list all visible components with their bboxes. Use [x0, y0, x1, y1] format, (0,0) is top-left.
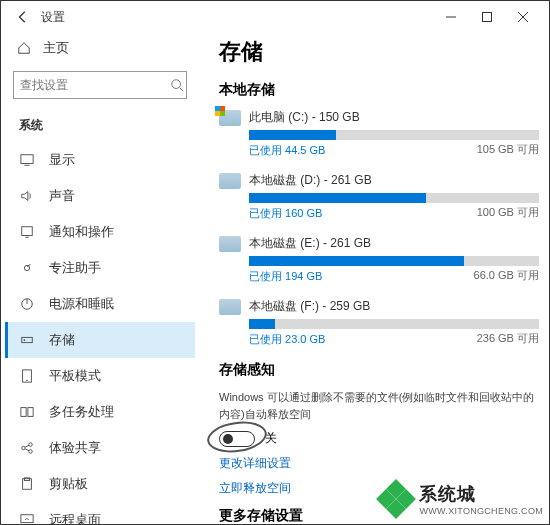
- storage-sense-toggle[interactable]: [219, 431, 255, 447]
- drive-free: 105 GB 可用: [477, 142, 539, 157]
- share-icon: [19, 440, 35, 456]
- sidebar: 主页 系统 显示 声音 通知和操作 专注助手 电源和睡眠 存储: [1, 33, 199, 524]
- search-icon: [170, 78, 184, 92]
- storage-icon: [19, 332, 35, 348]
- home-label: 主页: [43, 39, 69, 57]
- link-change-detail[interactable]: 更改详细设置: [219, 455, 539, 472]
- close-button[interactable]: [505, 3, 541, 31]
- watermark: 系统城 WWW.XITONGCHENG.COM: [379, 482, 543, 516]
- svg-rect-6: [21, 155, 33, 164]
- nav-label: 专注助手: [49, 259, 101, 277]
- storage-sense-desc: Windows 可以通过删除不需要的文件(例如临时文件和回收站中的内容)自动释放…: [219, 389, 539, 422]
- notification-icon: [19, 224, 35, 240]
- drive-bar: [249, 256, 539, 266]
- sidebar-item-shared[interactable]: 体验共享: [5, 430, 195, 466]
- sidebar-item-storage[interactable]: 存储: [5, 322, 195, 358]
- sidebar-item-display[interactable]: 显示: [5, 142, 195, 178]
- multitask-icon: [19, 404, 35, 420]
- watermark-url: WWW.XITONGCHENG.COM: [419, 506, 543, 516]
- sidebar-item-sound[interactable]: 声音: [5, 178, 195, 214]
- nav-label: 体验共享: [49, 439, 101, 457]
- nav-label: 电源和睡眠: [49, 295, 114, 313]
- svg-rect-18: [28, 408, 33, 417]
- sidebar-item-notifications[interactable]: 通知和操作: [5, 214, 195, 250]
- drive-icon: [219, 236, 241, 252]
- nav-label: 声音: [49, 187, 75, 205]
- nav-label: 存储: [49, 331, 75, 349]
- nav-label: 通知和操作: [49, 223, 114, 241]
- svg-rect-8: [22, 227, 33, 236]
- page-title: 存储: [219, 37, 539, 67]
- search-input-wrap[interactable]: [13, 71, 187, 99]
- svg-rect-17: [21, 408, 26, 417]
- sidebar-item-remote[interactable]: 远程桌面: [5, 502, 195, 525]
- sidebar-item-focus[interactable]: 专注助手: [5, 250, 195, 286]
- power-icon: [19, 296, 35, 312]
- sound-icon: [19, 188, 35, 204]
- home-icon: [17, 41, 31, 55]
- drive-row[interactable]: 本地磁盘 (D:) - 261 GB 已使用 160 GB 100 GB 可用: [219, 172, 539, 221]
- svg-line-22: [25, 445, 29, 447]
- nav-label: 剪贴板: [49, 475, 88, 493]
- home-nav[interactable]: 主页: [5, 33, 195, 63]
- drive-name: 此电脑 (C:) - 150 GB: [249, 109, 360, 126]
- svg-point-14: [24, 339, 26, 341]
- watermark-logo-icon: [379, 482, 413, 516]
- svg-rect-1: [483, 13, 492, 22]
- drive-bar: [249, 193, 539, 203]
- svg-point-4: [172, 80, 181, 89]
- drive-icon: [219, 110, 241, 126]
- maximize-button[interactable]: [469, 3, 505, 31]
- svg-rect-13: [22, 337, 33, 342]
- svg-point-10: [24, 265, 29, 270]
- sidebar-item-power[interactable]: 电源和睡眠: [5, 286, 195, 322]
- sidebar-item-clipboard[interactable]: 剪贴板: [5, 466, 195, 502]
- drive-free: 236 GB 可用: [477, 331, 539, 346]
- minimize-button[interactable]: [433, 3, 469, 31]
- drive-name: 本地磁盘 (D:) - 261 GB: [249, 172, 372, 189]
- toggle-label: 关: [265, 430, 277, 447]
- drive-used: 已使用 44.5 GB: [249, 143, 325, 158]
- svg-point-19: [22, 446, 26, 450]
- svg-point-20: [29, 443, 33, 447]
- drive-row[interactable]: 本地磁盘 (E:) - 261 GB 已使用 194 GB 66.0 GB 可用: [219, 235, 539, 284]
- drive-used: 已使用 23.0 GB: [249, 332, 325, 347]
- drive-used: 已使用 160 GB: [249, 206, 322, 221]
- svg-line-5: [180, 88, 184, 92]
- sidebar-item-tablet[interactable]: 平板模式: [5, 358, 195, 394]
- drive-icon: [219, 299, 241, 315]
- drive-row[interactable]: 本地磁盘 (F:) - 259 GB 已使用 23.0 GB 236 GB 可用: [219, 298, 539, 347]
- nav-label: 平板模式: [49, 367, 101, 385]
- drive-bar: [249, 130, 539, 140]
- drive-free: 100 GB 可用: [477, 205, 539, 220]
- watermark-brand: 系统城: [419, 482, 543, 506]
- nav-label: 显示: [49, 151, 75, 169]
- drive-row[interactable]: 此电脑 (C:) - 150 GB 已使用 44.5 GB 105 GB 可用: [219, 109, 539, 158]
- drive-icon: [219, 173, 241, 189]
- tablet-icon: [19, 368, 35, 384]
- window-title: 设置: [41, 9, 65, 26]
- drive-bar: [249, 319, 539, 329]
- nav-label: 远程桌面: [49, 511, 101, 525]
- clipboard-icon: [19, 476, 35, 492]
- sidebar-item-multitask[interactable]: 多任务处理: [5, 394, 195, 430]
- svg-point-21: [29, 450, 33, 454]
- drive-used: 已使用 194 GB: [249, 269, 322, 284]
- display-icon: [19, 152, 35, 168]
- remote-icon: [19, 512, 35, 525]
- sidebar-section: 系统: [5, 111, 195, 142]
- nav-label: 多任务处理: [49, 403, 114, 421]
- back-button[interactable]: [9, 3, 37, 31]
- main-content: 存储 本地存储 此电脑 (C:) - 150 GB 已使用 44.5 GB 10…: [199, 33, 549, 524]
- storage-sense-title: 存储感知: [219, 361, 539, 379]
- drive-name: 本地磁盘 (E:) - 261 GB: [249, 235, 371, 252]
- drive-free: 66.0 GB 可用: [474, 268, 539, 283]
- local-storage-title: 本地存储: [219, 81, 539, 99]
- focus-icon: [19, 260, 35, 276]
- svg-line-23: [25, 449, 29, 451]
- search-input[interactable]: [20, 78, 170, 92]
- drive-name: 本地磁盘 (F:) - 259 GB: [249, 298, 370, 315]
